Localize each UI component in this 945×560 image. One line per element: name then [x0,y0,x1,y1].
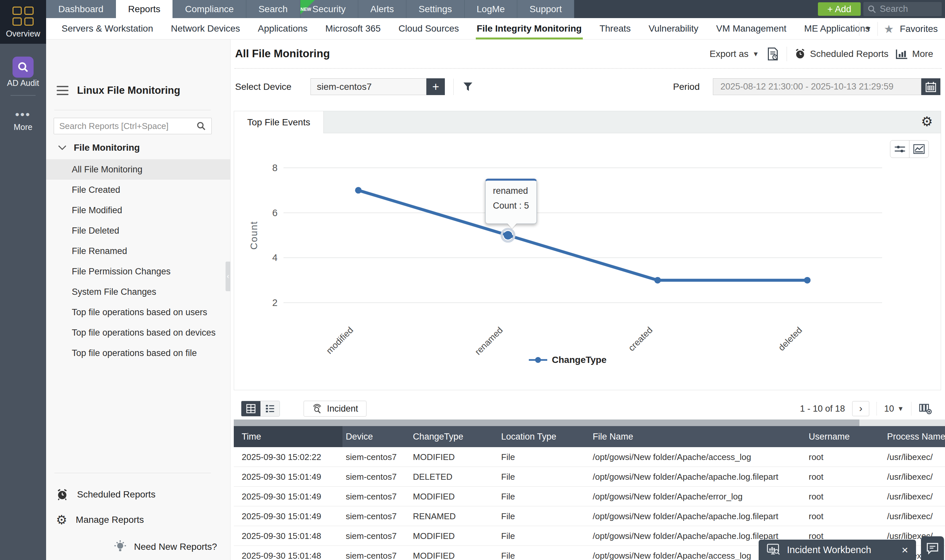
incident-workbench-bar[interactable]: Incident Workbench × [758,540,916,560]
scheduled-reports-button[interactable]: Scheduled Reports [794,48,888,60]
legend-label: ChangeType [552,355,606,365]
events-table-section: Incident 1 - 10 of 18 › 10 ▼ TimeDeviceC… [234,399,945,560]
table-row[interactable]: 2025-09-30 15:02:22siem-centos7MODIFIEDF… [234,447,945,467]
top-nav-item-logme[interactable]: LogMe [465,0,518,18]
module-nav-item-cloud-sources[interactable]: Cloud Sources [390,18,468,40]
cell-time: 2025-09-30 15:01:48 [242,526,341,546]
workbench-label: Incident Workbench [787,545,895,555]
tab-top-file-events[interactable]: Top File Events [234,111,324,133]
more-label[interactable]: More [0,122,46,132]
report-search-input[interactable] [59,121,196,131]
top-nav-item-security[interactable]: SecurityNEW [300,0,358,18]
module-navigation-bar: Servers & WorkstationNetwork DevicesAppl… [46,18,945,40]
list-view-button[interactable] [261,401,279,416]
table-row[interactable]: 2025-09-30 15:01:49siem-centos7DELETEDFi… [234,467,945,487]
select-device-label: Select Device [235,82,291,92]
close-icon[interactable]: × [902,543,908,556]
page-size-dropdown[interactable]: 10 ▼ [884,404,904,414]
chevron-down-icon[interactable]: ▼ [865,25,872,32]
chat-bubble-icon [926,542,939,555]
need-new-reports-label: Need New Reports? [134,542,217,552]
table-row[interactable]: 2025-09-30 15:01:49siem-centos7MODIFIEDF… [234,487,945,506]
scrollbar-thumb[interactable] [234,420,859,426]
favorites-label[interactable]: Favorites [900,24,938,34]
overview-grid-icon[interactable] [12,6,34,26]
sidebar-item-file-permission-changes[interactable]: File Permission Changes [46,261,230,282]
horizontal-scrollbar[interactable] [234,420,945,426]
calendar-button[interactable] [921,78,940,95]
column-header-file-name[interactable]: File Name [593,426,807,447]
divider [234,68,942,69]
sidebar-item-top-file-operations-based-on-users[interactable]: Top file operations based on users [46,302,230,322]
global-search-input[interactable]: Search [863,2,942,16]
top-nav-item-support[interactable]: Support [517,0,574,18]
period-input[interactable] [713,78,921,95]
module-nav-item-applications[interactable]: Applications [249,18,316,40]
top-nav-item-settings[interactable]: Settings [406,0,464,18]
sidebar-item-file-modified[interactable]: File Modified [46,200,230,220]
manage-columns-icon[interactable] [919,403,932,414]
module-nav-item-threats[interactable]: Threats [591,18,640,40]
more-button[interactable]: More [896,48,933,60]
next-page-button[interactable]: › [852,401,869,416]
module-nav-item-network-devices[interactable]: Network Devices [162,18,249,40]
add-button[interactable]: + Add [818,2,861,16]
ad-audit-icon[interactable] [12,57,34,78]
line-series [358,190,807,280]
top-nav-item-reports[interactable]: Reports [116,0,173,18]
column-header-process-name[interactable]: Process Name [887,426,945,447]
sidebar-collapse-handle[interactable]: ‹ [225,262,230,291]
data-point-active[interactable] [504,231,512,240]
export-as-dropdown[interactable]: Export as ▼ [709,49,759,59]
top-nav-item-search[interactable]: Search [246,0,300,18]
table-row[interactable]: 2025-09-30 15:01:49siem-centos7RENAMEDFi… [234,506,945,526]
top-nav-item-dashboard[interactable]: Dashboard [46,0,116,18]
column-header-time[interactable]: Time [242,426,341,447]
add-device-button[interactable]: + [426,78,445,95]
need-new-reports-link[interactable]: Need New Reports? [114,540,217,554]
sidebar-item-file-renamed[interactable]: File Renamed [46,241,230,261]
report-search-box[interactable] [54,118,212,134]
tooltip-value: Count : 5 [493,201,536,211]
filter-funnel-icon[interactable] [462,81,473,92]
sidebar-item-top-file-operations-based-on-devices[interactable]: Top file operations based on devices [46,322,230,343]
main-content: All File Monitoring Export as ▼ Schedule… [230,40,945,560]
module-nav-item-vulnerability[interactable]: Vulnerability [640,18,707,40]
column-header-username[interactable]: Username [809,426,885,447]
feedback-chat-button[interactable] [921,536,944,560]
module-nav-item-file-integrity-monitoring[interactable]: File Integrity Monitoring [468,18,591,40]
column-header-changetype[interactable]: ChangeType [413,426,498,447]
line-chart[interactable]: 2468Countmodifiedrenamedcreateddeleted [234,133,941,391]
export-report-icon[interactable] [766,47,779,61]
device-input[interactable] [310,78,426,95]
module-nav-item-vm-management[interactable]: VM Management [707,18,795,40]
data-point[interactable] [654,277,661,284]
divider [877,22,878,36]
more-dots-icon[interactable]: ••• [0,108,46,121]
file-monitoring-group-header[interactable]: File Monitoring [58,143,140,153]
hamburger-menu-icon[interactable] [57,86,68,95]
sidebar-item-system-file-changes[interactable]: System File Changes [46,282,230,302]
sidebar-item-file-created[interactable]: File Created [46,180,230,200]
column-header-device[interactable]: Device [346,426,412,447]
data-point[interactable] [804,277,811,284]
top-nav-item-compliance[interactable]: Compliance [173,0,246,18]
cell-process-name: /usr/libexec/ [887,506,945,526]
star-icon[interactable]: ★ [884,23,894,35]
module-nav-item-servers-workstation[interactable]: Servers & Workstation [53,18,162,40]
sidebar-item-file-deleted[interactable]: File Deleted [46,220,230,241]
manage-reports-link[interactable]: ⚙ Manage Reports [56,512,144,527]
module-nav-item-microsoft-365[interactable]: Microsoft 365 [316,18,390,40]
grid-view-button[interactable] [241,401,261,416]
column-header-location-type[interactable]: Location Type [501,426,590,447]
cell-time: 2025-09-30 15:01:48 [242,546,341,560]
more-action-label: More [912,49,933,59]
scheduled-reports-link[interactable]: Scheduled Reports [56,488,156,501]
data-point[interactable] [355,187,362,194]
top-nav-item-alerts[interactable]: Alerts [358,0,407,18]
panel-settings-gear-icon[interactable]: ⚙ [921,114,933,129]
chart-legend[interactable]: ChangeType [529,355,606,365]
sidebar-item-top-file-operations-based-on-file[interactable]: Top file operations based on file [46,343,230,363]
incident-button[interactable]: Incident [304,401,367,417]
sidebar-item-all-file-monitoring[interactable]: All File Monitoring [46,159,230,180]
